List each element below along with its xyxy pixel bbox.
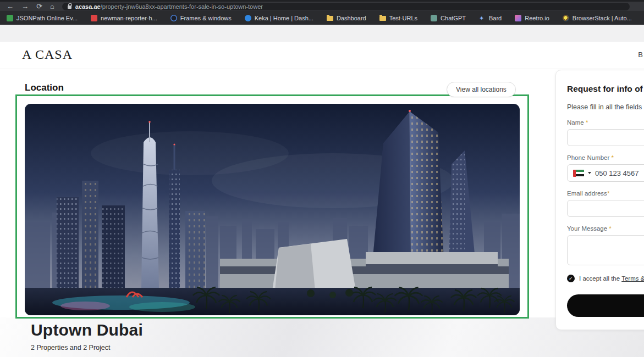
bookmark-label: Frames & windows bbox=[180, 15, 232, 21]
url-bar[interactable]: acasa.ae/property-jnw6ua8xx-apartments-f… bbox=[62, 3, 630, 10]
newman-favicon-icon bbox=[91, 15, 97, 21]
bookmark-label: Test-URLs bbox=[389, 15, 417, 21]
phone-label: Phone Number * bbox=[567, 154, 644, 161]
folder-favicon-icon bbox=[327, 16, 333, 21]
bard-sparkle-icon bbox=[479, 15, 486, 21]
bookmark-jsonpath[interactable]: JSONPath Online Ev... bbox=[7, 15, 78, 21]
form-subtitle: Please fill in all the fields bbox=[567, 103, 644, 111]
property-image[interactable] bbox=[25, 104, 520, 315]
bookmark-reetro[interactable]: Reetro.io bbox=[515, 15, 549, 21]
form-title: Request for info of bbox=[567, 84, 644, 94]
required-asterisk: * bbox=[612, 154, 614, 161]
bookmark-label: Reetro.io bbox=[525, 15, 549, 21]
bookmark-chatgpt[interactable]: ChatGPT bbox=[431, 15, 466, 21]
property-meta: 2 Properties and 2 Project bbox=[31, 344, 111, 352]
required-asterisk: * bbox=[586, 119, 588, 126]
submit-button[interactable] bbox=[567, 294, 644, 317]
property-title: Uptown Dubai bbox=[31, 321, 143, 339]
skyline-illustration bbox=[25, 104, 520, 315]
terms-checkbox[interactable] bbox=[567, 275, 575, 282]
bookmark-browserstack[interactable]: BrowserStack | Auto... bbox=[563, 15, 632, 21]
message-label: Your Message * bbox=[567, 225, 644, 232]
site-header: A CASA B bbox=[0, 42, 644, 69]
site-logo[interactable]: A CASA bbox=[22, 47, 73, 62]
folder-favicon-icon bbox=[379, 16, 386, 21]
browser-toolbar: ← → ⟳ ⌂ acasa.ae/property-jnw6ua8xx-apar… bbox=[0, 0, 644, 11]
jsonpath-favicon-icon bbox=[7, 15, 13, 21]
bookmark-test-urls[interactable]: Test-URLs bbox=[379, 15, 417, 21]
name-label: Name * bbox=[567, 119, 644, 126]
url-domain: acasa.ae bbox=[75, 3, 101, 10]
bookmark-label: Bard bbox=[489, 15, 502, 21]
reetro-favicon-icon bbox=[515, 15, 521, 21]
phone-field[interactable]: 050 123 4567 bbox=[567, 164, 644, 182]
phone-placeholder: 050 123 4567 bbox=[595, 169, 639, 177]
chatgpt-favicon-icon bbox=[431, 15, 437, 21]
bookmark-keka[interactable]: Keka | Home | Dash... bbox=[245, 15, 313, 21]
site-info-lock-icon[interactable] bbox=[68, 5, 71, 9]
bookmark-label: Dashboard bbox=[337, 15, 366, 21]
location-section-title: Location bbox=[25, 82, 64, 93]
forward-icon[interactable]: → bbox=[21, 2, 29, 11]
keka-favicon-icon bbox=[245, 15, 251, 21]
home-icon[interactable]: ⌂ bbox=[50, 2, 54, 11]
bookmark-bard[interactable]: Bard bbox=[479, 15, 502, 21]
email-label: Email address* bbox=[567, 190, 644, 197]
required-asterisk: * bbox=[607, 190, 609, 197]
terms-text: I accept all the Terms & bbox=[579, 275, 644, 282]
terms-link[interactable]: Terms & bbox=[621, 275, 644, 282]
top-spacer-strip bbox=[0, 25, 644, 42]
bookmark-label: newman-reporter-h... bbox=[101, 15, 157, 21]
bookmark-newman[interactable]: newman-reporter-h... bbox=[91, 15, 157, 21]
name-field[interactable] bbox=[567, 129, 644, 146]
bookmark-label: BrowserStack | Auto... bbox=[573, 15, 632, 21]
frames-favicon-icon bbox=[170, 15, 177, 21]
browserstack-favicon-icon bbox=[563, 15, 569, 21]
request-info-form: Request for info of Please fill in all t… bbox=[555, 70, 644, 330]
url-path: /property-jnw6ua8xx-apartments-for-sale-… bbox=[101, 3, 263, 10]
url-text: acasa.ae/property-jnw6ua8xx-apartments-f… bbox=[75, 3, 263, 10]
email-field[interactable] bbox=[567, 200, 644, 217]
back-icon[interactable]: ← bbox=[7, 2, 14, 11]
nav-item-clipped[interactable]: B bbox=[638, 51, 643, 59]
bookmark-dashboard[interactable]: Dashboard bbox=[327, 15, 366, 21]
bookmark-frames-windows[interactable]: Frames & windows bbox=[170, 15, 232, 21]
uae-flag-icon bbox=[573, 170, 584, 177]
bookmark-label: ChatGPT bbox=[441, 15, 466, 21]
bookmark-label: JSONPath Online Ev... bbox=[16, 15, 78, 21]
required-asterisk: * bbox=[609, 225, 611, 232]
reload-icon[interactable]: ⟳ bbox=[36, 2, 42, 11]
bookmarks-bar: JSONPath Online Ev... newman-reporter-h.… bbox=[0, 11, 644, 25]
bookmark-label: Keka | Home | Dash... bbox=[255, 15, 313, 21]
terms-row: I accept all the Terms & bbox=[567, 275, 644, 282]
view-all-locations-button[interactable]: View all locations bbox=[447, 82, 516, 97]
country-dropdown-caret-icon[interactable] bbox=[588, 172, 591, 174]
message-field[interactable] bbox=[567, 235, 644, 265]
